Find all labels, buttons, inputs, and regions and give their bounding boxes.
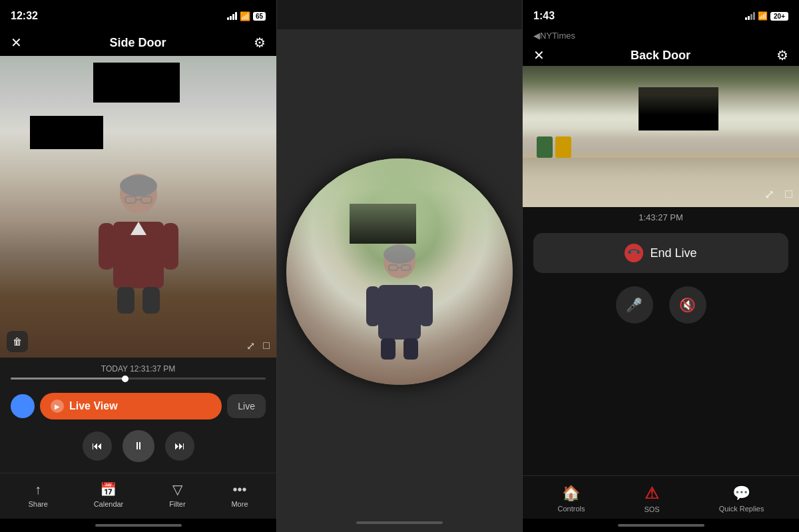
microphone-icon: 🎤 xyxy=(626,297,643,313)
svg-rect-14 xyxy=(366,286,380,326)
fisheye-circle xyxy=(286,158,513,385)
status-icons-1: 📶 65 xyxy=(227,11,266,21)
end-live-phone-icon: 📞 xyxy=(625,244,643,262)
home-indicator-1 xyxy=(0,519,276,532)
settings-icon-3[interactable]: ⚙ xyxy=(776,47,788,63)
status-bar-1: 12:32 📶 65 xyxy=(0,0,276,29)
back-chevron: ◀ xyxy=(533,31,540,41)
calendar-icon: 📅 xyxy=(100,481,117,497)
pause-icon: ⏸ xyxy=(133,440,144,452)
calendar-button[interactable]: 📅 Calendar xyxy=(94,481,124,508)
cam-btn-group-1: ⤢ □ xyxy=(246,340,270,352)
fisheye-buildings xyxy=(286,158,513,260)
privacy-box-1b xyxy=(30,116,103,149)
timeline-section: TODAY 12:31:37 PM xyxy=(0,358,276,390)
fullscreen-icon-1[interactable]: □ xyxy=(263,340,270,352)
fullscreen-icon-3[interactable]: □ xyxy=(785,187,792,202)
prev-button[interactable]: ⏮ xyxy=(83,431,112,461)
signal-icon-3 xyxy=(745,12,755,20)
nytimes-label: NYTimes xyxy=(540,31,575,41)
sos-nav-item[interactable]: ⚠ SOS xyxy=(644,484,659,513)
next-icon: ⏭ xyxy=(174,440,185,452)
filter-button[interactable]: ▽ Filter xyxy=(169,481,185,508)
cam3-overlay: ⤢ □ xyxy=(764,187,792,202)
camera-view-1: 🗑 ⤢ □ xyxy=(0,56,276,358)
home-bar-2 xyxy=(356,521,443,524)
close-button-1[interactable]: ✕ xyxy=(11,35,22,51)
timeline-bar[interactable] xyxy=(11,378,266,380)
home-bar-1 xyxy=(95,524,182,527)
svg-rect-17 xyxy=(403,338,418,360)
expand-icon-3[interactable]: ⤢ xyxy=(764,187,774,202)
trash-bins xyxy=(537,136,571,158)
home-indicator-2 xyxy=(277,513,522,532)
panel-middle xyxy=(276,0,523,532)
wifi-icon-3: 📶 xyxy=(758,11,768,21)
trash-icon: 🗑 xyxy=(13,336,22,347)
timeline-progress xyxy=(11,378,125,380)
nav-bar-1: ✕ Side Door ⚙ xyxy=(0,29,276,56)
quick-replies-icon: 💬 xyxy=(732,485,750,502)
svg-rect-13 xyxy=(378,285,421,340)
person-svg-1 xyxy=(99,168,178,315)
controls-nav-item[interactable]: 🏠 Controls xyxy=(557,485,585,513)
time-3: 1:43 xyxy=(533,10,555,22)
prev-icon: ⏮ xyxy=(92,440,103,452)
quick-replies-nav-item[interactable]: 💬 Quick Replies xyxy=(719,485,764,513)
timeline-timestamp: TODAY 12:31:37 PM xyxy=(11,364,266,374)
filter-icon: ▽ xyxy=(172,481,182,497)
microphone-button[interactable]: 🎤 xyxy=(616,286,653,324)
svg-rect-4 xyxy=(99,223,115,270)
sos-icon: ⚠ xyxy=(645,484,659,503)
timeline-scrubber xyxy=(122,376,129,382)
trash-button[interactable]: 🗑 xyxy=(7,331,28,352)
settings-icon-1[interactable]: ⚙ xyxy=(254,35,266,51)
spacer-3 xyxy=(523,334,799,475)
end-live-button[interactable]: 📞 End Live xyxy=(533,233,788,273)
panel-side-door: 12:32 📶 65 ✕ Side Door ⚙ xyxy=(0,0,276,532)
live-view-button[interactable]: ▶ Live View xyxy=(40,393,222,419)
panel2-top-space xyxy=(277,0,522,29)
live-view-play-icon: ▶ xyxy=(51,399,64,413)
status-icons-3: 📶 20+ xyxy=(745,11,788,21)
svg-rect-5 xyxy=(162,223,178,270)
end-live-label: End Live xyxy=(650,246,696,260)
page-title-1: Side Door xyxy=(109,36,166,50)
home-bar-3 xyxy=(618,524,704,527)
live-view-label: Live View xyxy=(69,400,118,412)
more-label: More xyxy=(231,500,248,508)
svg-point-1 xyxy=(120,175,157,196)
svg-rect-6 xyxy=(117,287,134,314)
more-button[interactable]: ••• More xyxy=(231,482,248,508)
privacy-box-1a xyxy=(93,63,180,103)
fisheye-camera-view xyxy=(277,29,522,513)
page-title-3: Back Door xyxy=(631,49,690,63)
blue-indicator xyxy=(11,394,35,418)
nytimes-back-nav[interactable]: ◀ NYTimes xyxy=(523,29,799,45)
live-timestamp: 1:43:27 PM xyxy=(523,207,799,225)
sos-label: SOS xyxy=(644,505,659,513)
live-tab-label: Live xyxy=(238,401,255,411)
svg-rect-15 xyxy=(419,286,433,326)
speaker-button[interactable]: 🔇 xyxy=(669,286,706,324)
share-button[interactable]: ↑ Share xyxy=(28,482,47,508)
controls-icon: 🏠 xyxy=(562,485,580,502)
nav-bar-3: ✕ Back Door ⚙ xyxy=(523,45,799,66)
expand-icon-1[interactable]: ⤢ xyxy=(246,340,255,352)
wifi-icon-1: 📶 xyxy=(240,11,250,21)
more-icon: ••• xyxy=(232,482,246,497)
carport-structure xyxy=(523,66,799,115)
live-tab-button[interactable]: Live xyxy=(227,394,266,418)
driveway xyxy=(523,158,799,207)
close-button-3[interactable]: ✕ xyxy=(533,47,545,63)
quick-replies-label: Quick Replies xyxy=(719,505,764,513)
signal-icon-1 xyxy=(227,12,237,20)
bottom-nav-3: 🏠 Controls ⚠ SOS 💬 Quick Replies xyxy=(523,475,799,519)
controls-label: Controls xyxy=(557,505,585,513)
pause-button[interactable]: ⏸ xyxy=(123,430,154,462)
svg-rect-7 xyxy=(142,287,160,314)
status-bar-3: 1:43 📶 20+ xyxy=(523,0,799,29)
home-indicator-3 xyxy=(523,519,799,532)
camera-view-3: ⤢ □ xyxy=(523,66,799,207)
next-button[interactable]: ⏭ xyxy=(165,431,194,461)
